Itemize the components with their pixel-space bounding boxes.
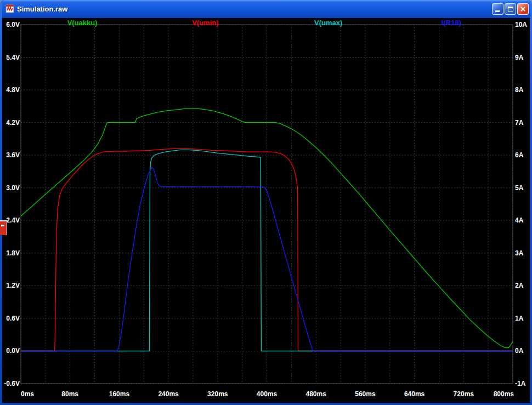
x-axis-tick: 80ms: [61, 390, 78, 398]
close-icon: ×: [520, 5, 527, 13]
trace-label-I(R18)[interactable]: I(R18): [442, 19, 461, 27]
x-axis-tick: 480ms: [306, 390, 327, 398]
waveform-chart: 6.0V5.4V4.8V4.2V3.6V3.0V2.4V1.8V1.2V0.6V…: [2, 18, 530, 403]
minimize-button[interactable]: [492, 3, 503, 15]
waveform-plot-area[interactable]: 6.0V5.4V4.8V4.2V3.6V3.0V2.4V1.8V1.2V0.6V…: [2, 18, 530, 403]
x-axis-tick: 320ms: [207, 390, 228, 398]
left-axis-tick: -0.6V: [4, 380, 20, 387]
right-axis-tick: 9A: [515, 54, 524, 61]
app-icon[interactable]: [5, 4, 15, 13]
right-axis-tick: 1A: [515, 315, 524, 322]
stray-window-icon-artifact: [0, 220, 7, 235]
x-axis-tick: 640ms: [404, 390, 425, 398]
x-axis-tick: 560ms: [355, 390, 376, 398]
right-axis-tick: 0A: [515, 347, 524, 355]
right-axis-tick: 2A: [515, 282, 524, 289]
right-axis-tick: 8A: [515, 86, 524, 94]
right-axis-tick: 4A: [515, 216, 524, 224]
x-axis-tick: 160ms: [109, 390, 130, 398]
left-axis-tick: 0.6V: [6, 315, 20, 322]
trace-label-V(umax)[interactable]: V(umax): [314, 19, 342, 27]
title-bar[interactable]: Simulation.raw ×: [2, 0, 530, 18]
right-axis-tick: 10A: [515, 21, 527, 28]
left-axis-tick: 1.2V: [6, 282, 20, 289]
right-axis-tick: 7A: [515, 119, 524, 127]
trace-label-V(uakku)[interactable]: V(uakku): [67, 19, 98, 27]
x-axis-tick: 720ms: [454, 390, 474, 398]
x-axis-tick: 400ms: [257, 390, 278, 398]
x-axis-tick: 0ms: [21, 390, 34, 398]
right-axis-tick: 6A: [515, 151, 524, 159]
left-axis-tick: 4.2V: [6, 119, 20, 127]
left-axis-tick: 0.0V: [6, 347, 20, 355]
left-axis-tick: 6.0V: [6, 21, 20, 28]
right-axis-tick: 5A: [515, 184, 524, 192]
x-axis-tick: 240ms: [158, 390, 179, 398]
left-axis-tick: 3.0V: [6, 184, 20, 192]
window-title: Simulation.raw: [17, 5, 491, 13]
left-axis-tick: 1.8V: [6, 249, 20, 257]
maximize-button[interactable]: [505, 3, 516, 15]
right-axis-tick: -1A: [515, 380, 526, 387]
maximize-icon: [508, 7, 513, 12]
left-axis-tick: 4.8V: [6, 86, 20, 94]
trace-label-V(umin)[interactable]: V(umin): [192, 19, 218, 27]
ltspice-waveform-window: Simulation.raw × 6.0V5.4V4.8V4.2V3.6V3.0…: [0, 0, 532, 405]
left-axis-tick: 5.4V: [6, 54, 20, 61]
close-button[interactable]: ×: [517, 3, 529, 15]
right-axis-tick: 3A: [515, 249, 524, 257]
minimize-icon: [495, 10, 500, 12]
left-axis-tick: 3.6V: [6, 151, 20, 159]
left-axis-tick: 2.4V: [6, 216, 20, 224]
x-axis-tick: 800ms: [494, 390, 514, 398]
